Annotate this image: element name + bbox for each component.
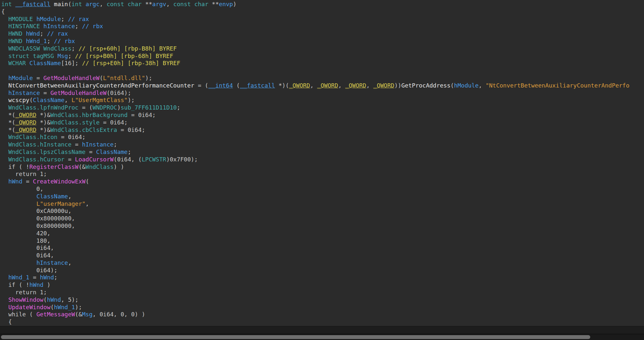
code-token[interactable]: [1, 23, 8, 29]
code-line[interactable]: 420,: [1, 230, 644, 237]
code-token[interactable]: [1, 274, 8, 281]
code-token[interactable]: L"ntdll.dll": [103, 75, 145, 81]
code-token[interactable]: GetProcAddress: [401, 82, 451, 89]
code-line[interactable]: wcscpy(ClassName, L"UserMgmtClass");: [1, 97, 644, 104]
code-token[interactable]: if ( !: [1, 163, 29, 170]
code-token[interactable]: ) ): [114, 163, 124, 170]
code-line[interactable]: L"userManager",: [1, 200, 644, 208]
code-token[interactable]: hWnd: [8, 178, 22, 185]
code-line[interactable]: HWND hWnd_1; // rbx: [1, 38, 644, 45]
code-token[interactable]: HWND: [8, 30, 26, 37]
code-line[interactable]: 180,: [1, 237, 644, 245]
code-token[interactable]: UpdateWindow: [8, 304, 51, 311]
code-token[interactable]: [1, 38, 8, 44]
code-token[interactable]: 0,: [1, 185, 43, 192]
code-token[interactable]: GetModuleHandleW: [51, 89, 107, 96]
code-token[interactable]: WndClass.hCursor: [8, 156, 64, 163]
code-line[interactable]: int __fastcall main(int argc, const char…: [1, 1, 644, 8]
code-token[interactable]: (: [51, 304, 54, 311]
code-token[interactable]: _QWORD: [15, 126, 36, 133]
code-token[interactable]: // rbx: [54, 38, 75, 44]
code-token[interactable]: *(: [1, 126, 15, 133]
code-token[interactable]: envp: [219, 1, 233, 7]
code-token[interactable]: ,: [479, 82, 486, 89]
code-token[interactable]: [1, 30, 8, 37]
code-token[interactable]: ): [117, 104, 121, 111]
code-token[interactable]: hWnd_1: [8, 274, 29, 281]
code-line[interactable]: HWND hWnd; // rax: [1, 30, 644, 38]
code-token[interactable]: ;: [114, 141, 117, 148]
code-token[interactable]: (: [85, 178, 89, 185]
code-token[interactable]: hModule: [8, 75, 33, 81]
code-token[interactable]: );: [145, 75, 152, 81]
code-token[interactable]: (: [450, 82, 454, 89]
code-token[interactable]: "NtConvertBetweenAuxiliaryCounterAndPerf…: [486, 82, 629, 89]
code-token[interactable]: [1, 53, 8, 59]
code-token[interactable]: // [rsp+E0h] [rbp-38h] BYREF: [82, 60, 180, 66]
code-line[interactable]: HINSTANCE hInstance; // rbx: [1, 23, 644, 30]
code-line[interactable]: while ( GetMessageW(&Msg, 0i64, 0, 0) ): [1, 311, 644, 318]
code-token[interactable]: , 0i64, 0, 0) ): [93, 311, 145, 318]
code-token[interactable]: ;: [68, 53, 75, 59]
code-token[interactable]: ,: [68, 193, 72, 200]
code-token[interactable]: ,: [166, 1, 173, 7]
code-token[interactable]: Msg: [57, 53, 68, 59]
code-line[interactable]: ClassName,: [1, 193, 644, 200]
code-token[interactable]: const char: [107, 1, 141, 7]
code-token[interactable]: )0x7F00);: [166, 156, 198, 163]
code-token[interactable]: 0i64);: [1, 267, 57, 274]
code-token[interactable]: 0xCA0000u,: [1, 207, 72, 214]
code-line[interactable]: hInstance = GetModuleHandleW(0i64);: [1, 89, 644, 97]
code-line[interactable]: WndClass.lpszClassName = ClassName;: [1, 148, 644, 156]
code-token[interactable]: [1, 45, 8, 52]
code-token[interactable]: {: [1, 8, 5, 15]
code-line[interactable]: if ( !RegisterClassW(&WndClass) ): [1, 163, 644, 171]
code-token[interactable]: argv: [152, 1, 166, 7]
code-token[interactable]: [1, 134, 8, 140]
code-line[interactable]: [1, 67, 644, 75]
code-line[interactable]: WCHAR ClassName[16]; // [rsp+E0h] [rbp-3…: [1, 60, 644, 67]
code-token[interactable]: [51, 1, 54, 7]
code-token[interactable]: [1, 259, 36, 266]
code-line[interactable]: return 1;: [1, 170, 644, 178]
code-token[interactable]: =: [29, 274, 40, 281]
code-token[interactable]: ,: [85, 200, 89, 207]
code-token[interactable]: _QWORD: [345, 82, 366, 89]
code-token[interactable]: =: [40, 89, 51, 96]
code-token[interactable]: = 0i64;: [128, 111, 156, 118]
code-token[interactable]: _QWORD: [15, 111, 36, 118]
code-token[interactable]: [82, 1, 85, 7]
code-token[interactable]: hWnd: [40, 274, 54, 281]
code-token[interactable]: [1, 156, 8, 163]
code-token[interactable]: WNDCLASSW WndClass: [8, 45, 72, 52]
code-token[interactable]: L"UserMgmtClass": [72, 97, 128, 103]
code-token[interactable]: _QWORD: [317, 82, 338, 89]
code-token[interactable]: sub_7FF611D11D10: [121, 104, 177, 111]
code-token[interactable]: [16];: [61, 60, 82, 66]
code-token[interactable]: [1, 16, 8, 22]
code-token[interactable]: 180,: [1, 237, 51, 244]
code-token[interactable]: WndClass.hIcon: [8, 134, 58, 140]
code-token[interactable]: hWnd_1: [26, 38, 47, 44]
code-token[interactable]: =: [33, 75, 44, 81]
code-token[interactable]: __fastcall: [15, 1, 50, 7]
code-token[interactable]: const char: [173, 1, 208, 7]
code-token[interactable]: ClassName: [33, 97, 65, 103]
code-token[interactable]: (: [99, 75, 103, 81]
code-token[interactable]: hModule: [454, 82, 479, 89]
code-token[interactable]: hModule: [36, 16, 61, 22]
code-token[interactable]: int: [72, 1, 82, 7]
code-token[interactable]: [1, 178, 8, 185]
code-token[interactable]: WndClass.hbrBackground: [51, 111, 128, 118]
code-token[interactable]: );: [128, 97, 135, 103]
code-line[interactable]: WndClass.lpfnWndProc = (WNDPROC)sub_7FF6…: [1, 104, 644, 111]
scrollbar-thumb[interactable]: [1, 335, 590, 339]
code-line[interactable]: struct tagMSG Msg; // [rsp+B0h] [rbp-68h…: [1, 53, 644, 60]
code-token[interactable]: *)&: [36, 126, 50, 133]
code-token[interactable]: _QWORD: [15, 119, 36, 126]
code-token[interactable]: int: [1, 1, 15, 7]
code-token[interactable]: *(: [1, 111, 15, 118]
code-line[interactable]: ShowWindow(hWnd, 5);: [1, 296, 644, 304]
code-token[interactable]: WndClass.style: [51, 119, 100, 126]
code-token[interactable]: **: [142, 1, 153, 7]
